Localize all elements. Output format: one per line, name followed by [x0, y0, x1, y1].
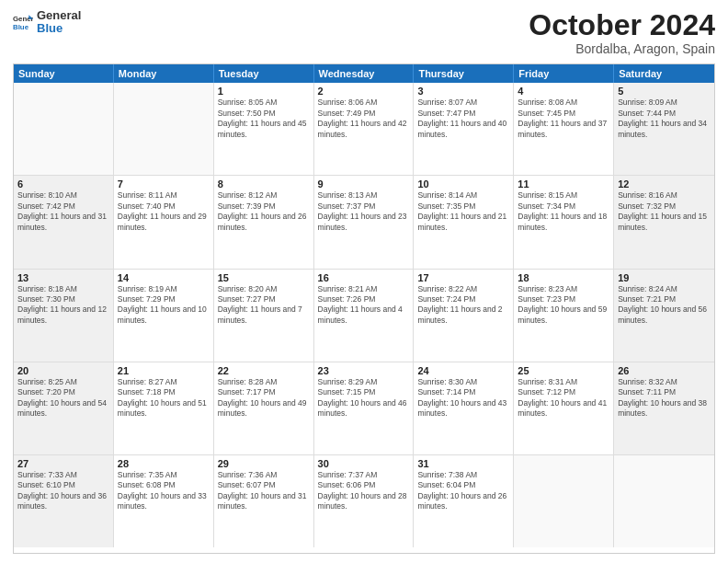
day-info: Sunrise: 8:07 AM Sunset: 7:47 PM Dayligh… [417, 98, 509, 140]
day-number: 4 [518, 86, 609, 97]
day-number: 16 [318, 272, 410, 283]
day-number: 13 [17, 272, 109, 283]
day-info: Sunrise: 8:12 AM Sunset: 7:39 PM Dayligh… [218, 190, 310, 233]
calendar-week-3: 13Sunrise: 8:18 AM Sunset: 7:30 PM Dayli… [14, 270, 714, 362]
calendar-day-23: 23Sunrise: 8:29 AM Sunset: 7:15 PM Dayli… [314, 362, 415, 454]
day-info: Sunrise: 8:20 AM Sunset: 7:27 PM Dayligh… [218, 284, 310, 327]
title-block: October 2024 Bordalba, Aragon, Spain [529, 9, 715, 56]
calendar-day-10: 10Sunrise: 8:14 AM Sunset: 7:35 PM Dayli… [414, 176, 514, 268]
logo-blue-text: Blue [37, 22, 81, 35]
day-number: 11 [518, 178, 609, 190]
calendar-day-18: 18Sunrise: 8:23 AM Sunset: 7:23 PM Dayli… [514, 270, 614, 362]
day-info: Sunrise: 8:08 AM Sunset: 7:45 PM Dayligh… [518, 98, 609, 140]
calendar-body: 1Sunrise: 8:05 AM Sunset: 7:50 PM Daylig… [14, 83, 714, 547]
day-info: Sunrise: 7:37 AM Sunset: 6:06 PM Dayligh… [318, 470, 410, 512]
day-info: Sunrise: 8:16 AM Sunset: 7:32 PM Dayligh… [618, 190, 711, 233]
day-number: 25 [518, 365, 609, 376]
day-info: Sunrise: 8:32 AM Sunset: 7:11 PM Dayligh… [618, 377, 711, 419]
day-header-sunday: Sunday [14, 64, 114, 83]
calendar-day-2: 2Sunrise: 8:06 AM Sunset: 7:49 PM Daylig… [314, 83, 415, 175]
header: General Blue General Blue October 2024 B… [13, 9, 715, 56]
month-title: October 2024 [529, 9, 715, 41]
calendar-day-4: 4Sunrise: 8:08 AM Sunset: 7:45 PM Daylig… [514, 83, 614, 175]
day-header-saturday: Saturday [614, 64, 714, 83]
calendar-week-5: 27Sunrise: 7:33 AM Sunset: 6:10 PM Dayli… [14, 455, 714, 547]
day-info: Sunrise: 8:14 AM Sunset: 7:35 PM Dayligh… [417, 190, 509, 233]
day-number: 9 [318, 178, 410, 190]
calendar-day-20: 20Sunrise: 8:25 AM Sunset: 7:20 PM Dayli… [14, 362, 114, 454]
day-info: Sunrise: 8:27 AM Sunset: 7:18 PM Dayligh… [118, 377, 210, 419]
day-number: 6 [17, 178, 109, 190]
day-info: Sunrise: 8:29 AM Sunset: 7:15 PM Dayligh… [318, 377, 410, 419]
calendar-day-29: 29Sunrise: 7:36 AM Sunset: 6:07 PM Dayli… [214, 455, 314, 547]
day-number: 29 [218, 458, 310, 469]
calendar-day-22: 22Sunrise: 8:28 AM Sunset: 7:17 PM Dayli… [214, 362, 314, 454]
calendar-empty-cell [514, 455, 614, 547]
day-header-wednesday: Wednesday [314, 64, 415, 83]
day-number: 17 [417, 272, 509, 283]
calendar: SundayMondayTuesdayWednesdayThursdayFrid… [13, 63, 715, 554]
day-info: Sunrise: 8:11 AM Sunset: 7:40 PM Dayligh… [118, 190, 210, 233]
day-number: 27 [17, 458, 109, 469]
day-number: 5 [618, 86, 711, 97]
calendar-empty-cell [614, 455, 714, 547]
location: Bordalba, Aragon, Spain [529, 41, 715, 56]
logo-icon: General Blue [13, 12, 33, 32]
calendar-day-25: 25Sunrise: 8:31 AM Sunset: 7:12 PM Dayli… [514, 362, 614, 454]
day-info: Sunrise: 8:21 AM Sunset: 7:26 PM Dayligh… [318, 284, 410, 327]
day-info: Sunrise: 8:23 AM Sunset: 7:23 PM Dayligh… [518, 284, 609, 327]
day-info: Sunrise: 8:24 AM Sunset: 7:21 PM Dayligh… [618, 284, 711, 327]
calendar-empty-cell [14, 83, 114, 175]
day-info: Sunrise: 8:22 AM Sunset: 7:24 PM Dayligh… [417, 284, 509, 327]
day-info: Sunrise: 8:09 AM Sunset: 7:44 PM Dayligh… [618, 98, 711, 140]
calendar-empty-cell [114, 83, 214, 175]
day-header-friday: Friday [514, 64, 614, 83]
calendar-day-24: 24Sunrise: 8:30 AM Sunset: 7:14 PM Dayli… [414, 362, 514, 454]
calendar-day-19: 19Sunrise: 8:24 AM Sunset: 7:21 PM Dayli… [614, 270, 714, 362]
calendar-week-1: 1Sunrise: 8:05 AM Sunset: 7:50 PM Daylig… [14, 83, 714, 176]
day-number: 18 [518, 272, 609, 283]
calendar-day-31: 31Sunrise: 7:38 AM Sunset: 6:04 PM Dayli… [414, 455, 514, 547]
day-number: 19 [618, 272, 711, 283]
svg-text:Blue: Blue [13, 23, 29, 31]
day-number: 23 [318, 365, 410, 376]
day-header-tuesday: Tuesday [214, 64, 314, 83]
day-header-monday: Monday [114, 64, 214, 83]
day-number: 20 [17, 365, 109, 376]
calendar-day-21: 21Sunrise: 8:27 AM Sunset: 7:18 PM Dayli… [114, 362, 214, 454]
calendar-day-28: 28Sunrise: 7:35 AM Sunset: 6:08 PM Dayli… [114, 455, 214, 547]
calendar-day-3: 3Sunrise: 8:07 AM Sunset: 7:47 PM Daylig… [414, 83, 514, 175]
page: General Blue General Blue October 2024 B… [0, 0, 728, 563]
calendar-day-1: 1Sunrise: 8:05 AM Sunset: 7:50 PM Daylig… [214, 83, 314, 175]
day-number: 15 [218, 272, 310, 283]
day-header-thursday: Thursday [414, 64, 514, 83]
calendar-day-6: 6Sunrise: 8:10 AM Sunset: 7:42 PM Daylig… [14, 176, 114, 268]
day-info: Sunrise: 8:30 AM Sunset: 7:14 PM Dayligh… [417, 377, 509, 419]
day-number: 1 [218, 86, 310, 97]
day-info: Sunrise: 8:05 AM Sunset: 7:50 PM Dayligh… [218, 98, 310, 140]
day-info: Sunrise: 8:13 AM Sunset: 7:37 PM Dayligh… [318, 190, 410, 233]
logo: General Blue General Blue [13, 9, 81, 36]
day-info: Sunrise: 8:25 AM Sunset: 7:20 PM Dayligh… [17, 377, 109, 419]
calendar-header-row: SundayMondayTuesdayWednesdayThursdayFrid… [14, 64, 714, 83]
day-info: Sunrise: 7:38 AM Sunset: 6:04 PM Dayligh… [417, 470, 509, 512]
day-number: 24 [417, 365, 509, 376]
calendar-day-9: 9Sunrise: 8:13 AM Sunset: 7:37 PM Daylig… [314, 176, 415, 268]
calendar-day-5: 5Sunrise: 8:09 AM Sunset: 7:44 PM Daylig… [614, 83, 714, 175]
calendar-day-30: 30Sunrise: 7:37 AM Sunset: 6:06 PM Dayli… [314, 455, 415, 547]
day-number: 21 [118, 365, 210, 376]
logo-general-text: General [37, 9, 81, 22]
calendar-day-7: 7Sunrise: 8:11 AM Sunset: 7:40 PM Daylig… [114, 176, 214, 268]
day-number: 28 [118, 458, 210, 469]
day-number: 31 [417, 458, 509, 469]
calendar-day-27: 27Sunrise: 7:33 AM Sunset: 6:10 PM Dayli… [14, 455, 114, 547]
calendar-day-15: 15Sunrise: 8:20 AM Sunset: 7:27 PM Dayli… [214, 270, 314, 362]
day-info: Sunrise: 8:31 AM Sunset: 7:12 PM Dayligh… [518, 377, 609, 419]
day-info: Sunrise: 7:35 AM Sunset: 6:08 PM Dayligh… [118, 470, 210, 512]
day-number: 30 [318, 458, 410, 469]
calendar-day-13: 13Sunrise: 8:18 AM Sunset: 7:30 PM Dayli… [14, 270, 114, 362]
calendar-day-14: 14Sunrise: 8:19 AM Sunset: 7:29 PM Dayli… [114, 270, 214, 362]
day-number: 12 [618, 178, 711, 190]
calendar-day-12: 12Sunrise: 8:16 AM Sunset: 7:32 PM Dayli… [614, 176, 714, 268]
day-number: 14 [118, 272, 210, 283]
